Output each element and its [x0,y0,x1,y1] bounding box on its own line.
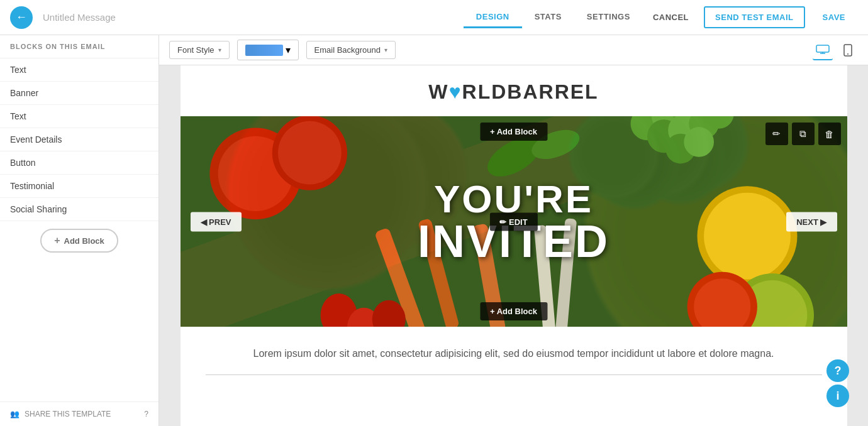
mobile-view-button[interactable] [838,40,858,60]
color-picker[interactable]: ▾ [237,40,299,60]
add-block-top[interactable]: + Add Block [480,123,547,141]
lorem-text: Lorem ipsum dolor sit amet, consectetur … [206,346,822,362]
duplicate-icon: ⧉ [799,128,806,139]
color-bar [245,45,283,56]
share-users-icon: 👥 [10,410,19,418]
tab-stats[interactable]: STATS [522,7,574,28]
plus-icon: + [54,235,60,246]
desktop-view-button[interactable] [813,40,833,60]
font-style-chevron-icon: ▾ [218,46,221,53]
help-icon[interactable]: ? [144,410,148,418]
svg-point-17 [684,127,714,157]
pencil-icon: ✏ [772,128,781,139]
next-button[interactable]: NEXT ▶ [786,212,837,231]
top-nav: ← Untitled Message DESIGN STATS SETTINGS… [0,0,868,35]
sidebar-item-button[interactable]: Button [0,151,159,175]
logo-text: W♥RLDBARREL [193,80,835,104]
color-chevron-icon: ▾ [286,44,291,56]
canvas-wrapper: W♥RLDBARREL [159,65,868,426]
back-button[interactable]: ← [10,6,33,29]
add-block-bottom[interactable]: + Add Block [480,302,547,320]
svg-rect-0 [816,45,829,52]
banner-block: YOU'RE INVITED + Add Block ✏ ⧉ [181,116,847,327]
edit-overlay[interactable]: ✏ EDIT [489,212,537,231]
sidebar-item-banner[interactable]: Banner [0,82,159,105]
email-logo: W♥RLDBARREL [181,65,847,116]
email-text-content: Lorem ipsum dolor sit amet, consectetur … [181,327,847,407]
prev-button[interactable]: ◀ PREV [191,212,242,231]
nav-actions: CANCEL SEND TEST EMAIL SAVE [643,6,858,28]
duplicate-block-button[interactable]: ⧉ [792,123,815,145]
sidebar-footer[interactable]: 👥 SHARE THIS TEMPLATE ? [0,401,159,426]
cancel-button[interactable]: CANCEL [643,8,699,27]
toolbar-view-toggle [813,40,858,60]
sidebar: BLOCKS ON THIS EMAIL Text Banner Text Ev… [0,35,159,426]
sidebar-item-event-details[interactable]: Event Details [0,128,159,151]
sidebar-item-text-1[interactable]: Text [0,58,159,82]
email-bg-chevron-icon: ▾ [384,46,387,53]
trash-icon: 🗑 [825,129,834,139]
email-canvas: W♥RLDBARREL [181,65,847,426]
divider [206,374,822,375]
tab-design[interactable]: DESIGN [464,7,522,28]
font-style-dropdown[interactable]: Font Style ▾ [169,41,230,59]
add-block-label: Add Block [64,236,104,246]
main-layout: BLOCKS ON THIS EMAIL Text Banner Text Ev… [0,35,868,426]
help-bubble[interactable]: ? [826,359,849,382]
delete-block-button[interactable]: 🗑 [818,123,841,145]
email-bg-label: Email Background [314,45,381,55]
svg-point-9 [278,121,342,185]
sidebar-header: BLOCKS ON THIS EMAIL [0,35,159,58]
block-actions: ✏ ⧉ 🗑 [765,123,841,145]
nav-tabs: DESIGN STATS SETTINGS [464,7,643,28]
logo-heart: ♥ [449,80,462,103]
content-area: Font Style ▾ ▾ Email Background ▾ [159,35,868,426]
font-style-label: Font Style [177,45,214,55]
sidebar-item-social-sharing[interactable]: Social Sharing [0,198,159,221]
tab-settings[interactable]: SETTINGS [574,7,643,28]
toolbar: Font Style ▾ ▾ Email Background ▾ [159,35,868,65]
page-title: Untitled Message [43,12,464,23]
svg-point-20 [704,193,791,280]
edit-block-button[interactable]: ✏ [765,123,788,145]
add-block-button[interactable]: + Add Block [40,229,118,253]
save-button[interactable]: SAVE [810,8,858,27]
back-icon: ← [16,11,27,24]
sidebar-item-text-2[interactable]: Text [0,105,159,128]
send-test-button[interactable]: SEND TEST EMAIL [704,6,805,28]
share-template-label: SHARE THIS TEMPLATE [25,410,111,418]
sidebar-item-testimonial[interactable]: Testimonial [0,175,159,198]
info-bubble[interactable]: i [826,385,849,407]
svg-point-4 [847,53,849,55]
email-bg-dropdown[interactable]: Email Background ▾ [306,41,396,59]
